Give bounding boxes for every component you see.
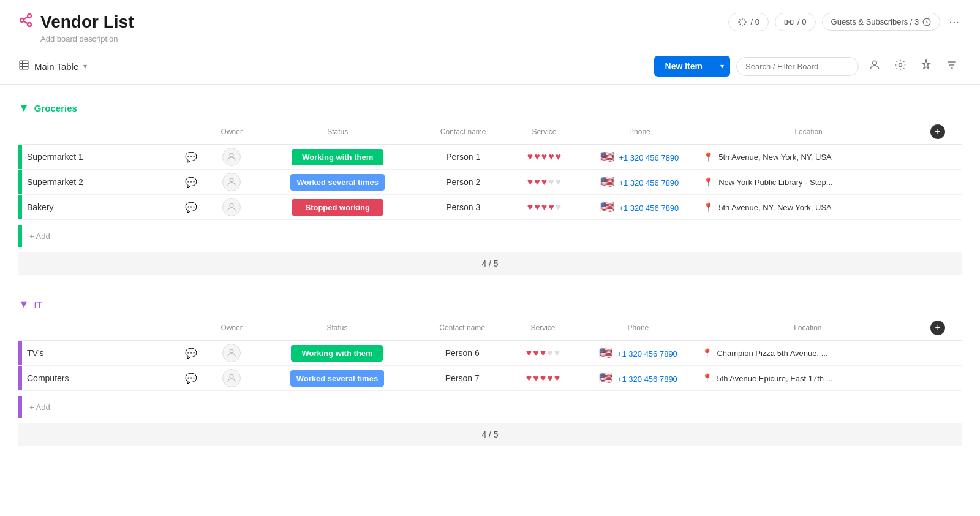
owner-avatar[interactable]: [222, 344, 241, 362]
person-filter-button[interactable]: [865, 56, 884, 77]
location-text: 5th Avenue, New York, NY, USA: [718, 153, 832, 162]
table-chevron-icon: ▾: [83, 62, 87, 70]
row-name[interactable]: Bakery: [22, 196, 180, 218]
heart-filled: ♥: [540, 347, 546, 359]
svg-point-19: [230, 203, 233, 207]
row-actions-cell: [914, 170, 962, 195]
it-col-add-header[interactable]: +: [914, 316, 962, 341]
status-badge[interactable]: Worked several times: [290, 174, 384, 191]
it-header-row: Owner Status Contact name Service Phone …: [18, 316, 962, 341]
status-badge[interactable]: Worked several times: [290, 370, 384, 387]
svg-point-1: [20, 18, 24, 22]
chat-icon[interactable]: 💬: [180, 341, 202, 365]
chat-icon[interactable]: 💬: [180, 366, 202, 390]
contact-name: Person 2: [446, 177, 480, 187]
svg-rect-8: [20, 61, 28, 69]
phone-number[interactable]: +1 320 456 7890: [617, 374, 677, 384]
col-location-header: Location: [703, 120, 914, 145]
svg-point-21: [230, 374, 233, 378]
board-subtitle[interactable]: Add board description: [18, 34, 134, 44]
search-input[interactable]: [736, 57, 859, 76]
owner-cell: [202, 145, 261, 170]
heart-empty: ♥: [556, 176, 562, 188]
chat-icon[interactable]: 💬: [180, 170, 202, 194]
heart-filled: ♥: [527, 176, 533, 188]
add-row-label[interactable]: + Add: [22, 227, 58, 246]
status-badge[interactable]: Stopped working: [292, 199, 383, 216]
owner-cell: [202, 170, 261, 195]
new-item-split-button[interactable]: ▾: [714, 56, 730, 77]
chat-icon[interactable]: 💬: [180, 195, 202, 219]
heart-filled: ♥: [533, 373, 539, 384]
hearts-rating: ♥♥♥♥♥: [512, 151, 576, 162]
automation-label: / 0: [751, 17, 760, 26]
row-name[interactable]: Supermarket 2: [22, 171, 180, 193]
phone-number[interactable]: +1 320 456 7890: [619, 153, 679, 162]
location-cell: 📍 Champion Pizza 5th Avenue, ...: [702, 341, 914, 366]
contact-name: Person 1: [446, 152, 480, 162]
table-name-tab[interactable]: Main Table ▾: [18, 59, 87, 74]
it-col-name-header: [18, 316, 202, 341]
row-name-cell: Supermarket 1 💬: [18, 145, 202, 170]
hearts-rating: ♥♥♥♥♥: [512, 176, 576, 188]
add-column-button[interactable]: +: [930, 124, 945, 139]
it-col-location-header: Location: [702, 316, 914, 341]
status-badge[interactable]: Working with them: [292, 149, 383, 165]
heart-filled: ♥: [527, 151, 533, 162]
heart-filled: ♥: [527, 202, 533, 213]
integration-button[interactable]: / 0: [775, 13, 815, 31]
group-name-groceries[interactable]: Groceries: [34, 103, 77, 113]
heart-filled: ♥: [540, 373, 546, 384]
groceries-header-row: Owner Status Contact name Service Phone …: [18, 120, 962, 145]
phone-cell: 🇺🇸 +1 320 456 7890: [576, 170, 703, 195]
location-text: 5th Avenue, NY, New York, USA: [718, 203, 832, 212]
group-name-it[interactable]: IT: [34, 299, 42, 309]
heart-filled: ♥: [554, 373, 560, 384]
add-row-cell: + Add: [18, 220, 962, 252]
group-toggle-groceries[interactable]: ▼: [18, 102, 29, 115]
owner-avatar[interactable]: [222, 173, 241, 191]
row-name[interactable]: TV's: [22, 342, 180, 364]
add-row-label[interactable]: + Add: [22, 398, 58, 417]
row-name[interactable]: Computers: [22, 367, 180, 389]
toolbar-right: New Item ▾: [654, 56, 962, 77]
heart-empty: ♥: [548, 176, 554, 188]
col-owner-header: Owner: [202, 120, 261, 145]
status-badge[interactable]: Working with them: [291, 345, 383, 362]
row-name-cell: TV's 💬: [18, 341, 202, 366]
heart-filled: ♥: [547, 373, 553, 384]
location-icon: 📍: [702, 348, 712, 358]
location-text: New York Public Library - Step...: [718, 178, 832, 187]
svg-line-3: [24, 21, 28, 24]
more-options-button[interactable]: ···: [946, 12, 962, 31]
filter-button[interactable]: [942, 56, 962, 77]
flag-icon: 🇺🇸: [599, 347, 612, 359]
contact-name: Person 6: [445, 348, 480, 358]
phone-number[interactable]: +1 320 456 7890: [619, 178, 679, 188]
owner-avatar[interactable]: [222, 148, 241, 166]
phone-cell: 🇺🇸 +1 320 456 7890: [575, 366, 701, 391]
it-summary: 4 / 5: [18, 423, 962, 446]
phone-number[interactable]: +1 320 456 7890: [617, 349, 677, 359]
it-col-owner-header: Owner: [202, 316, 261, 341]
svg-point-20: [230, 349, 233, 353]
phone-number[interactable]: +1 320 456 7890: [619, 203, 679, 213]
pin-button[interactable]: [916, 56, 936, 77]
row-name[interactable]: Supermarket 1: [22, 146, 180, 168]
owner-avatar[interactable]: [222, 198, 241, 216]
col-add-header[interactable]: +: [914, 120, 962, 145]
it-add-column-button[interactable]: +: [930, 321, 945, 335]
new-item-button[interactable]: New Item: [654, 56, 714, 77]
svg-line-4: [24, 17, 28, 20]
group-header-it: ▼ IT: [18, 293, 962, 316]
chat-icon[interactable]: 💬: [180, 145, 202, 169]
location-icon: 📍: [703, 152, 714, 162]
settings-button[interactable]: [891, 56, 910, 77]
guests-button[interactable]: Guests & Subscribers / 3: [822, 13, 941, 31]
automation-button[interactable]: / 0: [728, 13, 769, 31]
col-status-header: Status: [261, 120, 413, 145]
owner-avatar[interactable]: [222, 369, 241, 387]
it-table: Owner Status Contact name Service Phone …: [18, 316, 962, 423]
group-toggle-it[interactable]: ▼: [18, 298, 29, 311]
heart-filled: ♥: [533, 347, 539, 359]
